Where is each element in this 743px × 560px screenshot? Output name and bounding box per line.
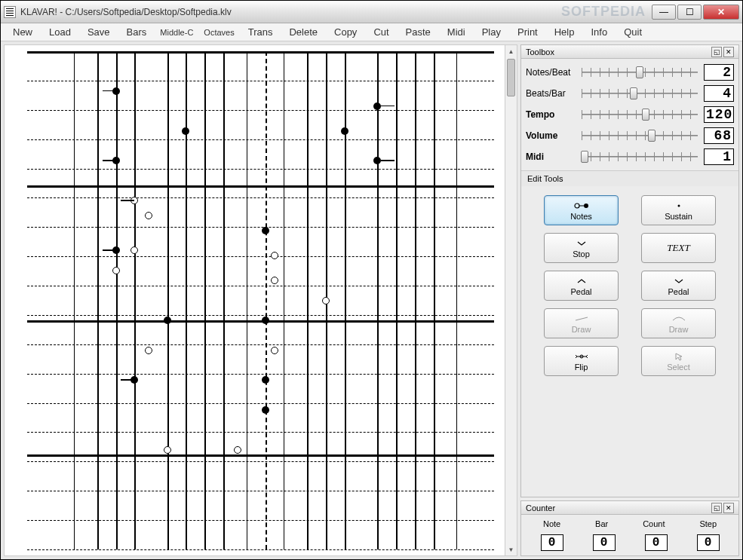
menu-middle-c[interactable]: Middle-C — [155, 26, 198, 38]
flip-icon — [575, 351, 588, 362]
counter-title: Counter — [526, 503, 555, 513]
slider-value: 120 — [704, 106, 734, 123]
tool-draw-arc[interactable]: Draw — [641, 308, 716, 338]
note[interactable] — [164, 317, 171, 324]
slider-value: 2 — [704, 64, 734, 81]
note[interactable] — [262, 317, 269, 324]
staff — [27, 51, 494, 549]
tool-label: Draw — [572, 325, 591, 334]
slider-row-notesbeat: Notes/Beat2 — [526, 62, 734, 83]
scroll-down-icon[interactable]: ▼ — [505, 543, 517, 555]
svg-point-0 — [575, 203, 579, 208]
menu-copy[interactable]: Copy — [327, 25, 364, 39]
note[interactable] — [234, 446, 241, 454]
counter-value-step: 0 — [697, 534, 720, 551]
slider-label: Volume — [526, 130, 579, 141]
menu-octaves[interactable]: Octaves — [199, 26, 238, 38]
svg-point-2 — [584, 203, 588, 208]
slider-label: Beats/Bar — [526, 88, 579, 99]
tool-label: Select — [667, 363, 690, 372]
slider-row-tempo: Tempo120 — [526, 104, 734, 125]
menu-print[interactable]: Print — [510, 25, 545, 39]
slider-track[interactable] — [579, 86, 701, 101]
slider-track[interactable] — [579, 107, 701, 122]
tool-sustain[interactable]: Sustain — [641, 195, 716, 225]
slider-track[interactable] — [579, 149, 701, 164]
note[interactable] — [145, 347, 152, 354]
side-panels: Toolbox ◱ ✕ Notes/Beat2Beats/Bar4Tempo12… — [520, 44, 739, 556]
slider-track[interactable] — [579, 128, 701, 143]
draw-arc-icon — [671, 314, 686, 324]
note[interactable] — [145, 212, 152, 219]
client-area: ▲ ▼ Toolbox ◱ ✕ Notes/Beat2Beats/Bar4Tem… — [1, 41, 742, 559]
scroll-thumb[interactable] — [507, 59, 515, 96]
menu-paste[interactable]: Paste — [398, 25, 438, 39]
minimize-button[interactable]: — — [652, 5, 676, 20]
slider-label: Notes/Beat — [526, 67, 579, 78]
menu-midi[interactable]: Midi — [440, 25, 473, 39]
slider-label: Tempo — [526, 109, 579, 120]
svg-line-4 — [576, 317, 588, 320]
counter-body: NoteBarCountStep 0000 — [521, 515, 738, 555]
note[interactable] — [262, 376, 269, 384]
slider-value: 1 — [704, 148, 734, 165]
toolbox-close-icon[interactable]: ✕ — [723, 47, 734, 57]
menu-save[interactable]: Save — [80, 25, 118, 39]
menu-trans[interactable]: Trans — [241, 25, 281, 39]
counter-undock-icon[interactable]: ◱ — [711, 503, 722, 513]
note[interactable] — [271, 277, 278, 284]
note[interactable] — [271, 252, 278, 259]
slider-value: 4 — [704, 85, 734, 102]
tool-label: Stop — [573, 249, 590, 259]
counter-close-icon[interactable]: ✕ — [723, 503, 734, 513]
note[interactable] — [271, 347, 278, 354]
tool-pedal-down[interactable]: Pedal — [641, 271, 716, 301]
note[interactable] — [164, 446, 171, 454]
app-icon — [4, 6, 16, 18]
menu-info[interactable]: Info — [583, 25, 615, 39]
close-button[interactable]: ✕ — [703, 5, 739, 20]
note[interactable] — [262, 406, 269, 414]
vertical-scrollbar[interactable]: ▲ ▼ — [505, 45, 517, 555]
sliders: Notes/Beat2Beats/Bar4Tempo120Volume68Mid… — [521, 59, 738, 170]
app-window: KLAVAR! - C:/Users/Softpedia/Desktop/Sof… — [0, 0, 743, 560]
tool-notes[interactable]: Notes — [544, 195, 619, 225]
counter-headers: NoteBarCountStep — [526, 516, 734, 531]
menu-delete[interactable]: Delete — [281, 25, 325, 39]
toolbox-undock-icon[interactable]: ◱ — [711, 47, 722, 57]
menu-cut[interactable]: Cut — [366, 25, 396, 39]
note[interactable] — [182, 127, 189, 135]
tool-label: Draw — [669, 325, 689, 334]
menu-quit[interactable]: Quit — [616, 25, 649, 39]
scroll-up-icon[interactable]: ▲ — [505, 45, 517, 57]
tool-label: Flip — [575, 363, 588, 372]
note[interactable] — [262, 227, 269, 234]
text-icon: TEXT — [667, 243, 689, 253]
menu-bars[interactable]: Bars — [119, 25, 155, 39]
tool-label: Notes — [570, 212, 592, 221]
edit-tools-label: Edit Tools — [521, 170, 738, 186]
tool-select[interactable]: Select — [641, 346, 716, 376]
svg-point-3 — [677, 204, 680, 207]
note[interactable] — [112, 267, 120, 274]
titlebar: KLAVAR! - C:/Users/Softpedia/Desktop/Sof… — [1, 1, 742, 23]
tool-stop[interactable]: Stop — [544, 233, 619, 263]
maximize-button[interactable]: ☐ — [677, 5, 702, 20]
tool-draw-line[interactable]: Draw — [544, 308, 619, 338]
slider-track[interactable] — [579, 65, 701, 80]
tool-pedal-up[interactable]: Pedal — [544, 271, 619, 301]
menu-play[interactable]: Play — [474, 25, 508, 39]
note[interactable] — [130, 246, 138, 254]
tool-flip[interactable]: Flip — [544, 346, 619, 376]
note[interactable] — [373, 103, 381, 110]
menu-load[interactable]: Load — [41, 25, 78, 39]
menu-new[interactable]: New — [5, 25, 40, 39]
tool-text[interactable]: TEXT — [641, 233, 716, 263]
menu-help[interactable]: Help — [547, 25, 582, 39]
note[interactable] — [341, 127, 348, 135]
menubar: NewLoadSaveBarsMiddle-COctavesTransDelet… — [1, 23, 742, 41]
notation-canvas[interactable]: ▲ ▼ — [4, 44, 517, 556]
note[interactable] — [373, 157, 381, 164]
note[interactable] — [322, 297, 330, 304]
select-icon — [674, 351, 683, 362]
